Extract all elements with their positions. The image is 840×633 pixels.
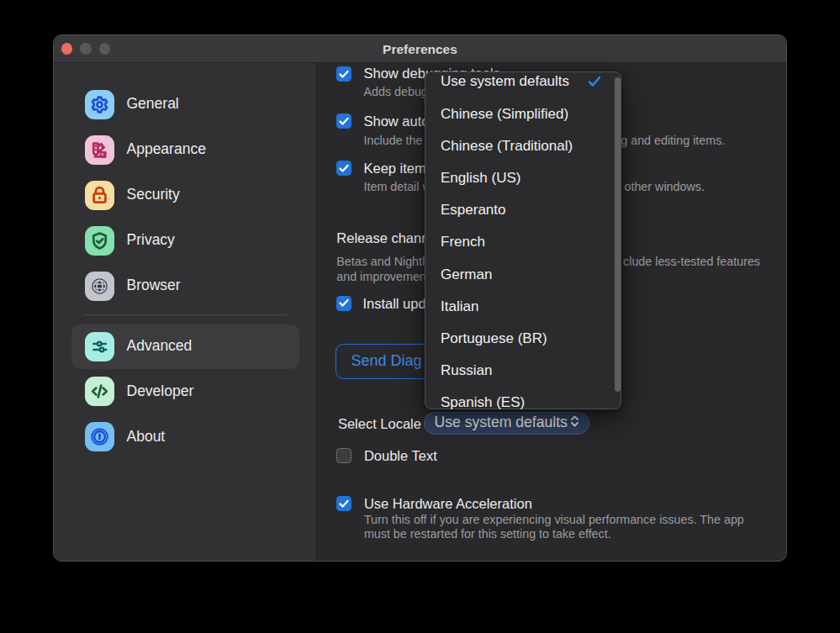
settings-panel: Show debugging tools Adds debug Show aut…	[54, 35, 786, 561]
hardware-acceleration-label: Use Hardware Acceleration	[364, 496, 532, 512]
show-debugging-tools-checkbox[interactable]	[336, 66, 351, 82]
menu-item-esperanto[interactable]: Esperanto	[441, 202, 506, 219]
release-desc-line2: and improvemen	[336, 270, 426, 283]
preferences-window: Preferences General Appearance Security	[53, 34, 787, 562]
release-desc-line1-right: clude less-tested features	[623, 255, 760, 268]
hardware-acceleration-desc-line1: Turn this off if you are experiencing vi…	[364, 513, 744, 526]
menu-item-english-us[interactable]: English (US)	[441, 170, 520, 187]
keep-item-label: Keep item	[364, 161, 426, 177]
install-updates-checkbox[interactable]	[336, 296, 351, 311]
keep-item-desc-left: Item detail w	[364, 180, 431, 193]
keep-item-desc-right: other windows.	[625, 180, 705, 193]
locale-dropdown-menu: Use system defaults Chinese (Simplified)…	[425, 71, 621, 409]
menu-item-italian[interactable]: Italian	[441, 298, 478, 315]
menu-item-portuguese-br[interactable]: Portuguese (BR)	[441, 330, 547, 347]
menu-item-use-system-defaults[interactable]: Use system defaults	[441, 73, 569, 90]
chevron-updown-icon	[570, 414, 579, 431]
hardware-acceleration-desc-line2: must be restarted for this setting to ta…	[364, 527, 611, 541]
show-auto-label: Show auto	[364, 113, 430, 129]
show-auto-desc-left: Include the	[364, 134, 423, 147]
menu-item-spanish-es[interactable]: Spanish (ES)	[441, 394, 525, 411]
show-auto-checkbox[interactable]	[336, 113, 351, 129]
install-updates-label: Install upd	[362, 296, 425, 312]
hardware-acceleration-checkbox[interactable]	[336, 496, 351, 511]
menu-item-chinese-simplified[interactable]: Chinese (Simplified)	[441, 106, 568, 123]
double-text-checkbox[interactable]	[336, 448, 351, 463]
release-channel-heading: Release chann	[336, 230, 429, 246]
release-desc-line1-left: Betas and Nightl	[336, 255, 425, 268]
dropdown-scrollbar[interactable]	[615, 77, 621, 392]
selected-check-icon	[588, 76, 601, 91]
locale-select-value: Use system defaults	[435, 414, 568, 431]
double-text-label: Double Text	[364, 448, 437, 464]
menu-item-french[interactable]: French	[441, 234, 485, 251]
select-locale-label: Select Locale	[338, 415, 421, 431]
keep-item-checkbox[interactable]	[336, 161, 351, 176]
show-auto-desc-right: g and editing items.	[621, 134, 725, 147]
show-debugging-tools-desc: Adds debug	[364, 85, 428, 98]
menu-item-german[interactable]: German	[441, 266, 492, 283]
menu-item-chinese-traditional[interactable]: Chinese (Traditional)	[441, 138, 573, 155]
locale-select[interactable]: Use system defaults	[424, 412, 589, 435]
menu-item-russian[interactable]: Russian	[441, 362, 492, 379]
